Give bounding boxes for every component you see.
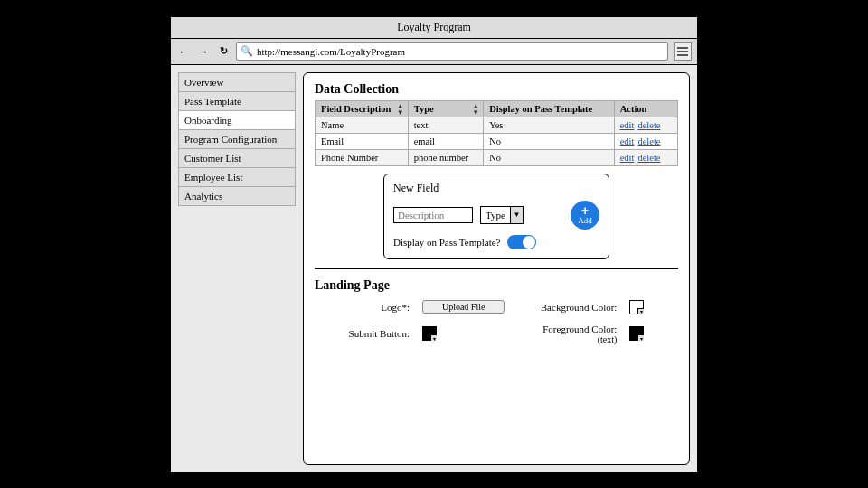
delete-link[interactable]: delete (637, 136, 660, 146)
sidebar-item-customer-list[interactable]: Customer List (178, 148, 296, 168)
background-color-label: Background Color: (517, 302, 617, 313)
col-header-label: Type (414, 104, 434, 114)
delete-link[interactable]: delete (637, 153, 660, 163)
data-collection-title: Data Collection (315, 82, 678, 97)
cell-desc: Phone Number (316, 149, 409, 165)
edit-link[interactable]: edit (620, 136, 635, 146)
table-row: Phone Number phone number No editdelete (316, 149, 678, 165)
reload-icon[interactable]: ↻ (216, 44, 231, 59)
browser-window: Loyalty Program ← → ↻ 🔍 Overview Pass Te… (170, 16, 698, 473)
add-field-button[interactable]: + Add (571, 201, 599, 230)
sidebar-item-program-configuration[interactable]: Program Configuration (178, 129, 296, 149)
table-row: Email email No editdelete (316, 133, 678, 149)
cell-type: phone number (408, 149, 483, 165)
landing-page-title: Landing Page (315, 278, 678, 293)
col-header-desc[interactable]: Field Description▲▼ (316, 100, 409, 117)
upload-file-button[interactable]: Upload File (422, 300, 505, 314)
sidebar-item-analytics[interactable]: Analytics (178, 186, 296, 206)
col-header-label: Display on Pass Template (489, 104, 592, 114)
cell-desc: Name (316, 117, 409, 133)
chevron-down-icon: ▾ (637, 308, 644, 314)
sort-icon[interactable]: ▲▼ (472, 103, 479, 116)
cell-desc: Email (316, 133, 409, 149)
edit-link[interactable]: edit (620, 120, 635, 130)
display-toggle[interactable] (507, 235, 536, 249)
background-color-picker[interactable]: ▾ (629, 300, 644, 314)
sidebar-item-overview[interactable]: Overview (178, 72, 296, 92)
cell-type: email (408, 133, 483, 149)
submit-button-color-picker[interactable]: ▾ (422, 326, 437, 341)
menu-icon[interactable] (674, 42, 692, 61)
sort-icon[interactable]: ▲▼ (397, 103, 404, 116)
col-header-label: Action (620, 104, 647, 114)
delete-link[interactable]: delete (637, 120, 660, 130)
page-content: Overview Pass Template Onboarding Progra… (171, 65, 697, 472)
new-field-description-input[interactable] (393, 207, 473, 223)
col-header-action: Action (614, 100, 677, 117)
foreground-color-label: Foreground Color: (text) (517, 324, 617, 344)
cell-display: Yes (484, 117, 615, 133)
search-icon: 🔍 (241, 45, 253, 57)
new-field-type-select[interactable]: Type ▼ (480, 206, 524, 224)
chevron-down-icon: ▾ (430, 334, 437, 341)
chevron-down-icon: ▾ (637, 334, 644, 341)
sidebar: Overview Pass Template Onboarding Progra… (178, 72, 296, 465)
window-title: Loyalty Program (171, 17, 697, 39)
submit-button-label: Submit Button: (326, 328, 410, 339)
url-input[interactable] (257, 46, 664, 57)
plus-icon: + (581, 204, 589, 217)
section-divider (315, 268, 678, 269)
select-label: Type (481, 210, 510, 221)
foreground-color-picker[interactable]: ▾ (629, 326, 644, 341)
fg-sublabel: (text) (517, 334, 617, 344)
col-header-type[interactable]: Type▲▼ (408, 100, 483, 117)
chevron-down-icon: ▼ (510, 207, 523, 223)
fields-table: Field Description▲▼ Type▲▼ Display on Pa… (315, 100, 678, 166)
forward-icon[interactable]: → (196, 44, 211, 59)
display-toggle-label: Display on Pass Template? (393, 237, 500, 248)
sidebar-item-employee-list[interactable]: Employee List (178, 167, 296, 187)
cell-display: No (484, 133, 615, 149)
back-icon[interactable]: ← (176, 44, 191, 59)
col-header-display[interactable]: Display on Pass Template (484, 100, 615, 117)
new-field-title: New Field (393, 182, 599, 195)
sidebar-item-onboarding[interactable]: Onboarding (178, 110, 296, 130)
sidebar-item-pass-template[interactable]: Pass Template (178, 91, 296, 111)
cell-type: text (408, 117, 483, 133)
fg-label-text: Foreground Color: (542, 324, 617, 334)
col-header-label: Field Description (321, 104, 391, 114)
main-panel: Data Collection Field Description▲▼ Type… (303, 72, 690, 465)
add-label: Add (578, 217, 592, 225)
new-field-panel: New Field Type ▼ + Add Display on (383, 174, 609, 259)
cell-display: No (484, 149, 615, 165)
url-bar[interactable]: 🔍 (236, 42, 668, 61)
edit-link[interactable]: edit (620, 153, 635, 163)
landing-page-form: Logo*: Upload File Background Color: ▾ S… (315, 296, 678, 348)
browser-toolbar: ← → ↻ 🔍 (171, 39, 697, 65)
logo-label: Logo*: (326, 302, 410, 313)
table-row: Name text Yes editdelete (316, 117, 678, 133)
